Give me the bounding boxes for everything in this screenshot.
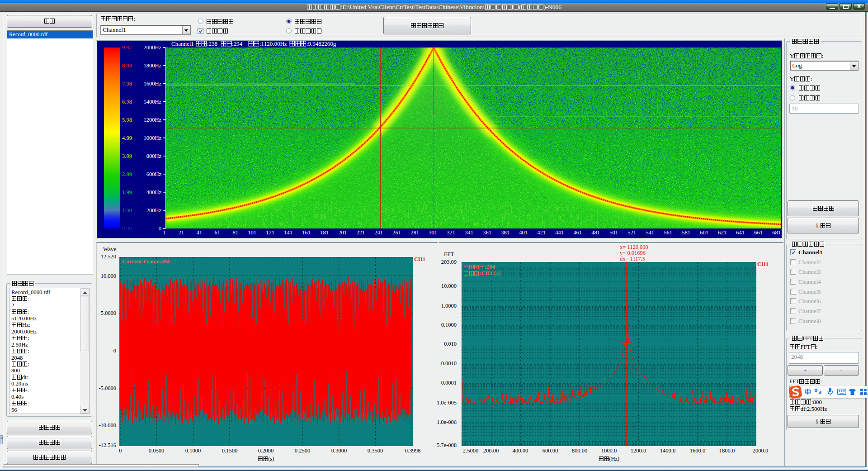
svg-text::294: :294	[232, 41, 243, 47]
svg-text:601: 601	[700, 229, 708, 236]
svg-text:1200Hz: 1200Hz	[143, 117, 161, 123]
svg-text:201: 201	[338, 229, 347, 236]
svg-text:0: 0	[159, 225, 161, 232]
svg-text:421: 421	[537, 229, 546, 236]
svg-text:481: 481	[591, 229, 600, 236]
svg-text:261: 261	[392, 229, 401, 236]
svg-text:4.99: 4.99	[122, 135, 132, 141]
svg-text:2.99: 2.99	[122, 171, 132, 177]
svg-text::1120.00Hz: :1120.00Hz	[259, 41, 287, 47]
svg-text:1800Hz: 1800Hz	[143, 62, 161, 69]
svg-text:161: 161	[302, 229, 311, 236]
svg-text:121: 121	[266, 229, 274, 236]
svg-text:341: 341	[465, 229, 473, 236]
svg-text:81: 81	[233, 229, 239, 236]
svg-text::9.9482260g: :9.9482260g	[307, 41, 336, 47]
svg-text:1000Hz: 1000Hz	[143, 135, 161, 141]
svg-text:3.99: 3.99	[122, 153, 132, 159]
svg-text:641: 641	[736, 229, 745, 236]
svg-text:7.98: 7.98	[122, 81, 132, 87]
svg-text:661: 661	[754, 229, 763, 236]
svg-text:361: 361	[483, 229, 491, 236]
svg-text:6.98: 6.98	[122, 99, 132, 105]
svg-text:561: 561	[664, 229, 672, 236]
svg-text:9.97: 9.97	[122, 44, 132, 51]
svg-text:281: 281	[410, 229, 419, 236]
svg-text:441: 441	[555, 229, 564, 236]
svg-text:5.98: 5.98	[122, 117, 132, 123]
svg-text:800Hz: 800Hz	[146, 153, 162, 159]
svg-text:301: 301	[429, 229, 437, 236]
svg-text:681: 681	[772, 229, 781, 236]
svg-text:Channel1-: Channel1-	[171, 41, 196, 47]
svg-text:600Hz: 600Hz	[146, 171, 162, 177]
svg-text:61: 61	[215, 229, 221, 236]
svg-text:461: 461	[573, 229, 582, 236]
svg-text:381: 381	[501, 229, 509, 236]
svg-text:1400Hz: 1400Hz	[143, 99, 161, 105]
svg-text:621: 621	[718, 229, 726, 236]
svg-text:1600Hz: 1600Hz	[143, 81, 161, 87]
svg-text:101: 101	[248, 229, 256, 236]
svg-text:321: 321	[447, 229, 455, 236]
svg-text:541: 541	[646, 229, 654, 236]
svg-text:1.00: 1.00	[122, 207, 132, 214]
svg-text:41: 41	[197, 229, 203, 236]
svg-text:521: 521	[627, 229, 636, 236]
svg-text:2000Hz: 2000Hz	[143, 44, 161, 51]
svg-text:501: 501	[609, 229, 618, 236]
svg-text:21: 21	[179, 229, 184, 236]
svg-text:1: 1	[163, 229, 166, 236]
svg-text:400Hz: 400Hz	[146, 189, 162, 195]
svg-text:141: 141	[284, 229, 292, 236]
svg-text:221: 221	[356, 229, 365, 236]
svg-text:200Hz: 200Hz	[146, 207, 162, 214]
svg-text:241: 241	[374, 229, 383, 236]
svg-text:0.00: 0.00	[122, 225, 132, 232]
svg-text:581: 581	[682, 229, 690, 236]
svg-text::238: :238	[207, 41, 217, 47]
svg-text:401: 401	[519, 229, 528, 236]
svg-text:181: 181	[320, 229, 329, 236]
svg-text:8.98: 8.98	[122, 62, 132, 69]
svg-text:1.99: 1.99	[122, 189, 132, 195]
